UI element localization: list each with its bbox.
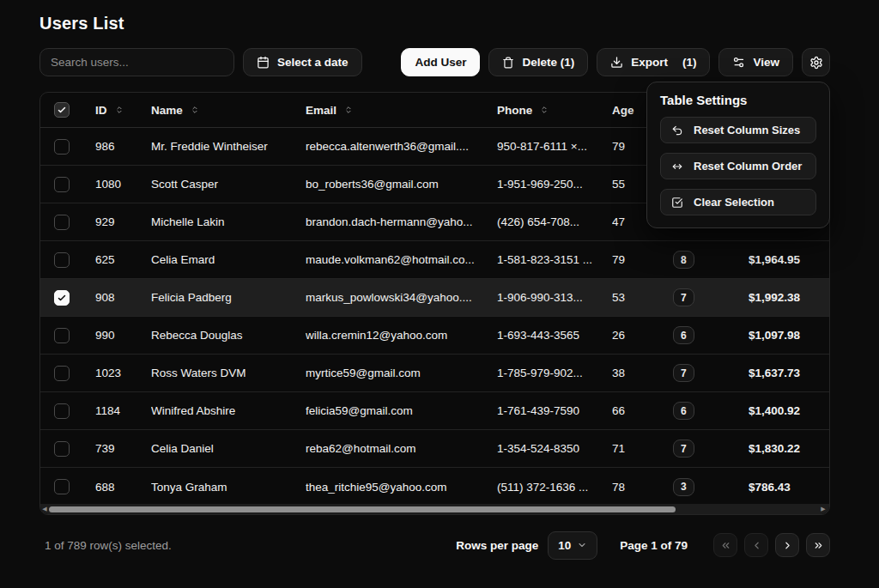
visits-badge: 3 — [673, 478, 694, 496]
row-checkbox[interactable] — [54, 177, 70, 192]
column-header-name[interactable]: Name — [151, 104, 306, 117]
cell-visits: 7 — [658, 288, 743, 306]
cell-age: 78 — [612, 481, 658, 494]
cell-name: Rebecca Douglas — [151, 329, 306, 342]
undo-icon — [671, 124, 683, 136]
cell-id: 1080 — [95, 178, 151, 191]
export-button[interactable]: Export (1) — [597, 48, 710, 76]
select-all-checkbox[interactable] — [54, 102, 70, 118]
cell-phone: 1-354-524-8350 — [497, 442, 612, 455]
row-checkbox[interactable] — [54, 252, 70, 268]
table-settings-popover: Table Settings Reset Column Sizes Reset … — [646, 82, 830, 228]
cell-age: 79 — [612, 253, 658, 266]
cell-name: Felicia Padberg — [151, 291, 306, 304]
cell-age: 53 — [612, 291, 658, 304]
cell-email: maude.volkman62@hotmail.co... — [306, 253, 497, 266]
cell-visits: 7 — [658, 439, 743, 458]
cell-email: rebecca.altenwerth36@gmail.... — [306, 140, 497, 153]
cell-email: felicia59@gmail.com — [306, 404, 497, 417]
cell-phone: 950-817-6111 ×... — [497, 140, 612, 153]
cell-email: willa.cremin12@yahoo.com — [306, 329, 497, 342]
row-checkbox[interactable] — [54, 441, 70, 457]
next-page-button[interactable] — [775, 533, 799, 557]
last-page-button[interactable] — [806, 533, 830, 557]
cell-phone: 1-761-439-7590 — [497, 404, 612, 417]
cell-age: 66 — [612, 404, 658, 417]
column-header-phone[interactable]: Phone — [497, 104, 612, 117]
cell-visits: 8 — [658, 251, 743, 269]
row-checkbox[interactable] — [54, 290, 70, 306]
calendar-icon — [257, 56, 270, 69]
cell-id: 625 — [95, 253, 151, 266]
cell-phone: 1-693-443-3565 — [497, 329, 612, 342]
triangle-right-icon[interactable]: ▶ — [819, 504, 827, 514]
scrollbar-thumb[interactable] — [49, 506, 676, 512]
cell-age: 26 — [612, 329, 658, 342]
table-row[interactable]: 1184 Winifred Abshire felicia59@gmail.co… — [40, 392, 829, 430]
delete-button[interactable]: Delete (1) — [488, 48, 588, 76]
row-checkbox[interactable] — [54, 215, 70, 230]
table-row[interactable]: 688 Tonya Graham thea_ritchie95@yahoo.co… — [40, 468, 829, 506]
sort-icon — [115, 104, 124, 116]
cell-name: Tonya Graham — [151, 481, 306, 494]
rows-per-page-label: Rows per page — [456, 539, 538, 552]
visits-badge: 6 — [673, 402, 694, 420]
search-input[interactable] — [39, 48, 234, 76]
cell-visits: 3 — [658, 478, 743, 496]
table-row[interactable]: 990 Rebecca Douglas willa.cremin12@yahoo… — [40, 317, 829, 355]
column-header-email[interactable]: Email — [306, 104, 497, 117]
table-row[interactable]: 1023 Ross Waters DVM myrtice59@gmail.com… — [40, 355, 829, 392]
check-square-icon — [671, 197, 683, 209]
export-count: (1) — [682, 56, 697, 69]
selection-status: 1 of 789 row(s) selected. — [39, 539, 172, 552]
cell-balance: $1,400.92 — [743, 404, 829, 417]
row-checkbox[interactable] — [54, 479, 70, 494]
rows-per-page-select[interactable]: 10 — [548, 531, 597, 560]
row-checkbox[interactable] — [54, 328, 70, 343]
row-checkbox[interactable] — [54, 139, 70, 155]
cell-name: Michelle Lakin — [151, 215, 306, 228]
reset-column-sizes-button[interactable]: Reset Column Sizes — [660, 117, 816, 143]
cell-balance: $1,097.98 — [743, 329, 829, 342]
previous-page-button[interactable] — [744, 533, 768, 557]
select-date-label: Select a date — [277, 56, 349, 69]
first-page-button[interactable] — [713, 533, 737, 557]
cell-visits: 6 — [658, 326, 743, 344]
footer-controls: Rows per page 10 Page 1 of 79 — [456, 531, 830, 560]
horizontal-scrollbar[interactable]: ◀ ▶ — [40, 504, 829, 514]
table-row[interactable]: 625 Celia Emard maude.volkman62@hotmail.… — [40, 241, 829, 279]
triangle-left-icon[interactable]: ◀ — [40, 504, 49, 514]
cell-email: markus_powlowski34@yahoo.... — [306, 291, 497, 304]
move-horizontal-icon — [671, 161, 683, 173]
cell-id: 929 — [95, 215, 151, 228]
row-checkbox[interactable] — [54, 366, 70, 381]
table-row[interactable]: 908 Felicia Padberg markus_powlowski34@y… — [40, 279, 829, 317]
trash-icon — [502, 57, 514, 69]
cell-id: 990 — [95, 329, 151, 342]
add-user-button[interactable]: Add User — [401, 48, 480, 76]
row-checkbox[interactable] — [54, 403, 70, 419]
chevron-left-icon — [751, 540, 762, 551]
clear-selection-button[interactable]: Clear Selection — [660, 189, 816, 215]
chevrons-left-icon — [720, 540, 731, 551]
cell-visits: 7 — [658, 364, 743, 382]
cell-name: Celia Daniel — [151, 442, 306, 455]
cell-id: 986 — [95, 140, 151, 153]
add-user-label: Add User — [415, 56, 466, 69]
chevron-right-icon — [782, 540, 793, 551]
popover-title: Table Settings — [660, 93, 816, 107]
cell-phone: (426) 654-708... — [497, 215, 612, 228]
select-date-button[interactable]: Select a date — [243, 48, 362, 76]
column-header-id[interactable]: ID — [95, 104, 151, 117]
chevrons-right-icon — [813, 540, 824, 551]
cell-id: 688 — [95, 481, 151, 494]
cell-age: 71 — [612, 442, 658, 455]
sliders-icon — [732, 56, 745, 69]
view-button[interactable]: View — [718, 48, 793, 76]
reset-column-order-button[interactable]: Reset Column Order — [660, 153, 816, 179]
table-row[interactable]: 739 Celia Daniel reba62@hotmail.com 1-35… — [40, 430, 829, 468]
cell-balance: $1,992.38 — [743, 291, 829, 304]
table-footer: 1 of 789 row(s) selected. Rows per page … — [39, 530, 830, 560]
settings-button[interactable] — [802, 48, 830, 76]
cell-phone: 1-951-969-250... — [497, 178, 612, 191]
